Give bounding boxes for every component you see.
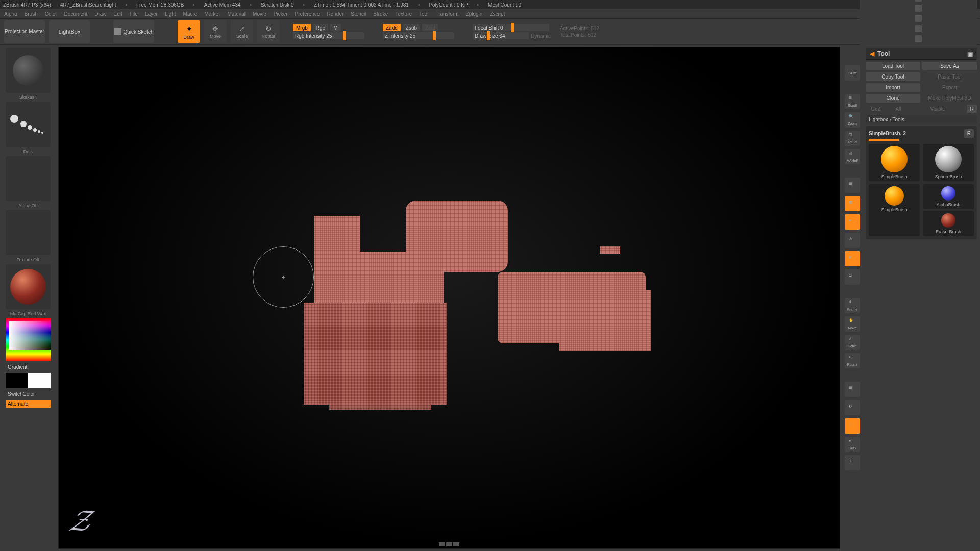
import-button[interactable]: Import xyxy=(866,83,920,92)
window-icon[interactable] xyxy=(915,25,922,32)
quick-sketch-button[interactable]: Quick Sketch xyxy=(113,20,154,43)
lock-button[interactable]: ◎ xyxy=(845,233,860,248)
goz-visible-button[interactable]: Visible xyxy=(911,105,965,113)
brush-thumbnail[interactable] xyxy=(6,48,51,93)
zsub-button[interactable]: Zsub xyxy=(403,24,420,31)
menu-draw[interactable]: Draw xyxy=(94,11,106,17)
menu-zscript[interactable]: Zscript xyxy=(489,11,505,17)
m-button[interactable]: M xyxy=(330,24,340,31)
lightbox-button[interactable]: LightBox xyxy=(49,20,90,43)
menu-macro[interactable]: Macro xyxy=(183,11,198,17)
tool-item-simple2[interactable]: SimpleBrush xyxy=(869,184,920,236)
lconst-button[interactable]: ◐ xyxy=(845,251,860,266)
dynamic-toggle[interactable]: Dynamic xyxy=(531,33,551,39)
menu-zplugin[interactable]: Zplugin xyxy=(466,11,483,17)
menu-edit[interactable]: Edit xyxy=(114,11,122,17)
tool-item-eraser[interactable]: EraserBrush xyxy=(923,211,974,236)
menu-preference[interactable]: Preference xyxy=(295,11,320,17)
draw-mode-button[interactable]: ✦Draw xyxy=(178,20,200,43)
tool-item-current[interactable]: SimpleBrush xyxy=(869,144,920,181)
zbrush-logo-icon: 𝓩 xyxy=(69,503,89,538)
viewport[interactable]: 𝓩 xyxy=(58,47,840,549)
texture-thumbnail[interactable] xyxy=(6,210,51,255)
ghost-button[interactable]: ◌ xyxy=(845,418,860,434)
color-picker[interactable] xyxy=(6,318,51,361)
goz-all-button[interactable]: All xyxy=(888,105,909,113)
floor-button[interactable]: ▦ xyxy=(845,196,860,211)
menu-transform[interactable]: Transform xyxy=(435,11,458,17)
cam-button[interactable]: ◒ xyxy=(845,269,860,285)
zcut-button[interactable]: Zcut xyxy=(422,24,438,31)
menu-stroke[interactable]: Stroke xyxy=(373,11,388,17)
menu-light[interactable]: Light xyxy=(165,11,176,17)
solo-button[interactable]: ●Solo xyxy=(845,437,860,452)
r-button[interactable]: R xyxy=(967,105,977,113)
make-polymesh-button[interactable]: Make PolyMesh3D xyxy=(922,94,977,103)
actual-button[interactable]: ◱Actual xyxy=(845,131,860,146)
z-intensity-slider[interactable]: Z Intensity 25 xyxy=(383,32,454,39)
tool-item-alpha[interactable]: AlphaBrush xyxy=(923,184,974,209)
scale-mode-button[interactable]: ⤢Scale xyxy=(231,20,253,43)
rotate-mode-button[interactable]: ↻Rotate xyxy=(257,20,280,43)
menu-stencil[interactable]: Stencil xyxy=(351,11,366,17)
export-button[interactable]: Export xyxy=(922,83,977,92)
minimize-icon[interactable] xyxy=(915,35,922,42)
menu-tool[interactable]: Tool xyxy=(419,11,428,17)
clone-button[interactable]: Clone xyxy=(866,94,920,103)
svg-rect-8 xyxy=(559,290,651,351)
tool-panel-header[interactable]: ◀Tool ▣ xyxy=(866,48,977,60)
rgb-intensity-slider[interactable]: Rgb Intensity 25 xyxy=(293,32,364,39)
focal-shift-slider[interactable]: Focal Shift 0 xyxy=(473,24,549,31)
gradient-button[interactable]: Gradient xyxy=(6,363,51,371)
menu-material[interactable]: Material xyxy=(228,11,246,17)
local-button[interactable]: ● xyxy=(845,214,860,230)
zadd-button[interactable]: Zadd xyxy=(383,24,401,31)
frame-button[interactable]: ✥Frame xyxy=(845,298,860,313)
goz-button[interactable]: GoZ xyxy=(866,105,886,113)
draw-size-slider[interactable]: Draw Size 64 xyxy=(473,32,529,39)
nav-scale-button[interactable]: ⤢Scale xyxy=(845,335,860,350)
stroke-thumbnail[interactable] xyxy=(6,102,51,147)
menu-file[interactable]: File xyxy=(130,11,138,17)
tool-item-sphere[interactable]: SphereBrush xyxy=(923,144,974,181)
zoom-button[interactable]: 🔍Zoom xyxy=(845,112,860,128)
mrgb-button[interactable]: Mrgb xyxy=(293,24,311,31)
lightbox-tools-header[interactable]: Lightbox › Tools xyxy=(866,115,977,124)
menu-render[interactable]: Render xyxy=(327,11,344,17)
menu-texture[interactable]: Texture xyxy=(395,11,412,17)
aahalf-button[interactable]: ◰AAHalf xyxy=(845,149,860,164)
polyf-button[interactable]: ▦ xyxy=(845,382,860,397)
material-thumbnail[interactable] xyxy=(6,264,51,309)
menu-brush[interactable]: Brush xyxy=(24,11,38,17)
timeline-strip[interactable] xyxy=(439,542,459,546)
spix-button[interactable]: SPix xyxy=(845,65,860,81)
menu-color[interactable]: Color xyxy=(45,11,57,17)
load-tool-button[interactable]: Load Tool xyxy=(866,62,920,70)
nav-rotate-button[interactable]: ↻Rotate xyxy=(845,353,860,368)
switch-color-button[interactable]: SwitchColor xyxy=(6,390,51,398)
tool-r-button[interactable]: R xyxy=(964,129,974,138)
window-icon[interactable] xyxy=(915,5,922,12)
menu-document[interactable]: Document xyxy=(64,11,88,17)
rgb-button[interactable]: Rgb xyxy=(313,24,328,31)
window-icon[interactable] xyxy=(915,15,922,22)
menu-picker[interactable]: Picker xyxy=(274,11,288,17)
menu-layer[interactable]: Layer xyxy=(145,11,158,17)
menu-alpha[interactable]: Alpha xyxy=(4,11,17,17)
transp-button[interactable]: ◐ xyxy=(845,400,860,415)
gradient-swatches[interactable] xyxy=(6,373,51,388)
copy-tool-button[interactable]: Copy Tool xyxy=(866,72,920,81)
xpose-button[interactable]: ✢ xyxy=(845,455,860,470)
alpha-thumbnail[interactable] xyxy=(6,156,51,201)
menu-movie[interactable]: Movie xyxy=(253,11,266,17)
alternate-button[interactable]: Alternate xyxy=(6,400,51,408)
paste-tool-button[interactable]: Paste Tool xyxy=(922,72,977,81)
persp-button[interactable]: ▦ xyxy=(845,178,860,193)
window-icon[interactable] xyxy=(915,0,922,2)
projection-master-button[interactable]: Projection Master xyxy=(4,20,45,43)
move-mode-button[interactable]: ✥Move xyxy=(204,20,227,43)
scroll-button[interactable]: ⊞Scroll xyxy=(845,94,860,109)
save-as-button[interactable]: Save As xyxy=(922,62,977,70)
menu-marker[interactable]: Marker xyxy=(204,11,220,17)
nav-move-button[interactable]: ✋Move xyxy=(845,316,860,332)
